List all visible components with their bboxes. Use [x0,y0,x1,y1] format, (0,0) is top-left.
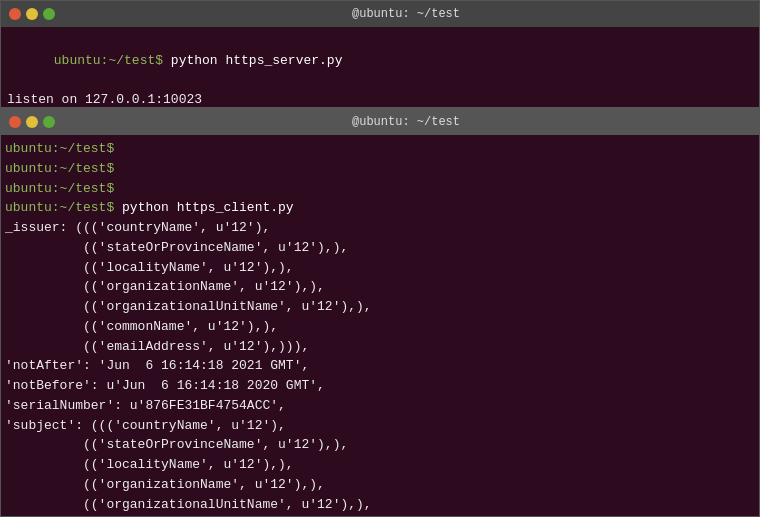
list-item: (('localityName', u'12'),), [5,258,755,278]
minimize-button[interactable] [26,8,38,20]
list-item: (('organizationName', u'12'),), [5,277,755,297]
list-item: (('stateOrProvinceName', u'12'),), [5,435,755,455]
list-item: ubuntu:~/test$ [5,159,755,179]
close-button-2[interactable] [9,116,21,128]
maximize-button[interactable] [43,8,55,20]
list-item: (('organizationName', u'12'),), [5,475,755,495]
command: python https_server.py [171,53,343,68]
list-item: 'serialNumber': u'876FE31BF4754ACC', [5,396,755,416]
titlebar-buttons-2 [9,116,55,128]
list-item: 'notBefore': u'Jun 6 16:14:18 2020 GMT', [5,376,755,396]
top-terminal-window: @ubuntu: ~/test ubuntu:~/test$ python ht… [0,0,760,108]
top-terminal-title: @ubuntu: ~/test [61,7,751,21]
list-item: (('organizationalUnitName', u'12'),), [5,297,755,317]
bottom-terminal-body[interactable]: ubuntu:~/test$ ubuntu:~/test$ ubuntu:~/t… [1,135,759,517]
bottom-terminal-title: @ubuntu: ~/test [61,115,751,129]
list-item: 'notAfter': 'Jun 6 16:14:18 2021 GMT', [5,356,755,376]
list-item: ubuntu:~/test$ python https_client.py [5,198,755,218]
list-item: (('stateOrProvinceName', u'12'),), [5,238,755,258]
maximize-button-2[interactable] [43,116,55,128]
titlebar-buttons [9,8,55,20]
list-item: _issuer: ((('countryName', u'12'), [5,218,755,238]
list-item: ubuntu:~/test$ [5,139,755,159]
list-item: ubuntu:~/test$ [5,179,755,199]
minimize-button-2[interactable] [26,116,38,128]
list-item: (('organizationalUnitName', u'12'),), [5,495,755,515]
list-item: (('commonName', u'12'),), [5,317,755,337]
list-item: (('emailAddress', u'12'),))), [5,337,755,357]
bottom-terminal-window: @ubuntu: ~/test ubuntu:~/test$ ubuntu:~/… [0,108,760,517]
list-item: ubuntu:~/test$ python https_server.py [7,31,753,90]
bottom-titlebar: @ubuntu: ~/test [1,109,759,135]
top-titlebar: @ubuntu: ~/test [1,1,759,27]
prompt: ubuntu:~/test$ [54,53,171,68]
list-item: 'subject': ((('countryName', u'12'), [5,416,755,436]
list-item: (('localityName', u'12'),), [5,455,755,475]
close-button[interactable] [9,8,21,20]
